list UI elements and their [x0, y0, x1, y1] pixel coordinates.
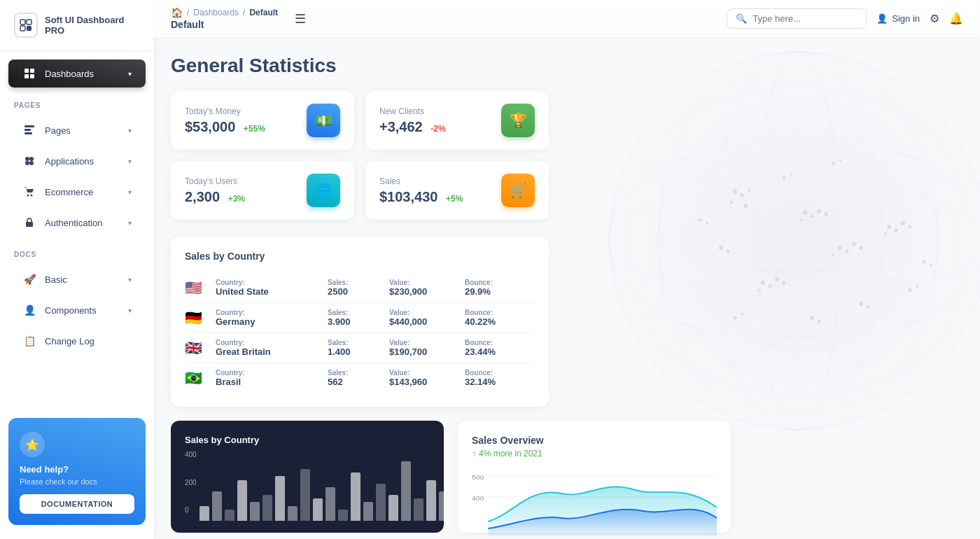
sidebar-item-components[interactable]: 👤 Components ▾ — [8, 296, 146, 324]
stat-card-clients: New Clients +3,462 -2% 🏆 — [365, 91, 549, 150]
country-us: United State — [216, 286, 322, 297]
svg-point-13 — [25, 161, 29, 165]
value-header-gb: Value: — [389, 339, 459, 346]
stat-card-money: Today's Money $53,000 +55% 💵 — [171, 91, 354, 150]
menu-icon[interactable]: ☰ — [295, 11, 306, 27]
sales-header-gb: Sales: — [328, 339, 384, 346]
sign-in-button[interactable]: 👤 Sign in — [876, 13, 920, 24]
svg-point-28 — [609, 52, 980, 430]
table-row: 🇩🇪 Country: Germany Sales: 3.900 Value: … — [185, 303, 535, 333]
svg-point-39 — [838, 246, 842, 250]
svg-point-51 — [884, 232, 887, 235]
sidebar: Soft UI Dashboard PRO Dashboards ▾ PAGES… — [0, 0, 154, 539]
ecommerce-icon — [22, 185, 36, 199]
svg-point-11 — [25, 157, 29, 161]
breadcrumb-separator-1: / — [187, 8, 189, 18]
stat-clients-value: +3,462 -2% — [379, 119, 446, 135]
stat-clients-number: +3,462 — [379, 119, 423, 134]
stat-clients-icon: 🏆 — [501, 104, 535, 137]
globe-decoration: /* dots rendered via JS below */ — [595, 38, 980, 444]
pages-icon — [22, 123, 36, 137]
authentication-icon — [22, 216, 36, 230]
bar-item — [363, 502, 373, 521]
svg-point-42 — [852, 242, 856, 246]
sales-br: 562 — [328, 377, 384, 387]
breadcrumb-current: Default — [249, 8, 278, 18]
svg-point-62 — [923, 260, 926, 264]
breadcrumb-dashboards-link[interactable]: Dashboards — [193, 8, 239, 18]
bar-item — [351, 472, 360, 521]
svg-point-25 — [756, 52, 840, 430]
sidebar-item-dashboards-label: Dashboards — [45, 69, 120, 79]
home-icon[interactable]: 🏠 — [171, 7, 183, 18]
table-row: 🇧🇷 Country: Brasil Sales: 562 Value: $14… — [185, 363, 535, 393]
country-gb: Great Britain — [216, 346, 322, 357]
svg-point-56 — [859, 302, 863, 306]
documentation-button[interactable]: DOCUMENTATION — [20, 494, 134, 514]
search-box[interactable]: 🔍 — [727, 8, 867, 29]
svg-point-53 — [909, 225, 912, 229]
sidebar-item-ecommerce[interactable]: Ecommerce ▾ — [8, 178, 146, 206]
value-info-us: Value: $230,900 — [389, 279, 459, 297]
y-label-400: 400 — [185, 451, 197, 458]
svg-point-55 — [727, 250, 730, 253]
svg-point-34 — [803, 211, 807, 215]
sidebar-item-authentication[interactable]: Authentication ▾ — [8, 209, 146, 237]
bounce-de: 40.22% — [465, 316, 535, 327]
flag-gb: 🇬🇧 — [185, 340, 210, 356]
notification-icon[interactable]: 🔔 — [949, 12, 963, 25]
stat-card-users: Today's Users 2,300 +3% 🌐 — [171, 161, 354, 220]
sidebar-item-pages[interactable]: Pages ▾ — [8, 116, 146, 144]
logo-icon — [14, 13, 38, 38]
sales-overview-title: Sales Overview — [472, 435, 717, 446]
svg-point-59 — [818, 320, 821, 323]
dashboards-icon — [22, 66, 36, 80]
header-page-title: Default — [171, 19, 278, 30]
country-info-de: Country: Germany — [216, 309, 322, 327]
stat-clients-info: New Clients +3,462 -2% — [379, 106, 446, 135]
bar-item — [388, 495, 398, 521]
sidebar-item-dashboards[interactable]: Dashboards ▾ — [8, 59, 146, 88]
svg-point-15 — [27, 195, 29, 197]
stat-sales-icon: 🛒 — [501, 174, 535, 207]
sales-overview-percent: 4% more in 2021 — [479, 449, 542, 458]
page-title: General Statistics — [171, 55, 963, 77]
svg-point-50 — [895, 229, 898, 232]
svg-point-57 — [867, 306, 870, 309]
sidebar-item-ecommerce-label: Ecommerce — [45, 187, 120, 197]
stat-users-info: Today's Users 2,300 +3% — [185, 176, 245, 205]
sidebar-item-applications[interactable]: Applications ▾ — [8, 147, 146, 175]
svg-point-48 — [783, 281, 786, 285]
header-right: 🔍 👤 Sign in ⚙ 🔔 — [727, 8, 963, 29]
settings-icon[interactable]: ⚙ — [930, 12, 939, 25]
stat-users-icon: 🌐 — [307, 174, 340, 207]
stat-users-label: Today's Users — [185, 176, 245, 186]
bar-item — [376, 484, 386, 521]
bar-chart-y-labels: 400 200 0 — [185, 451, 197, 514]
sales-overview-chart: 500 400 — [472, 465, 717, 536]
sales-info-br: Sales: 562 — [328, 369, 384, 387]
svg-rect-1 — [27, 20, 31, 24]
svg-point-31 — [748, 189, 750, 192]
search-input[interactable] — [752, 13, 858, 24]
country-info-gb: Country: Great Britain — [216, 339, 322, 357]
bounce-gb: 23.44% — [465, 346, 535, 357]
table-row: 🇺🇸 Country: United State Sales: 2500 Val… — [185, 273, 535, 303]
stat-users-value: 2,300 +3% — [185, 189, 245, 205]
svg-rect-10 — [24, 132, 32, 134]
svg-rect-17 — [26, 222, 33, 227]
flag-us: 🇺🇸 — [185, 279, 210, 296]
stat-sales-value: $103,430 +5% — [379, 189, 463, 205]
value-info-gb: Value: $190,700 — [389, 339, 459, 357]
svg-point-64 — [783, 176, 786, 180]
svg-point-29 — [733, 190, 737, 194]
sidebar-item-changelog[interactable]: 📋 Change Log — [8, 327, 146, 355]
value-us: $230,900 — [389, 286, 459, 297]
ecommerce-chevron-icon: ▾ — [128, 188, 132, 196]
svg-point-46 — [758, 288, 761, 291]
bar-item — [200, 506, 209, 521]
sidebar-item-basic[interactable]: 🚀 Basic ▾ — [8, 265, 146, 293]
flag-de: 🇩🇪 — [185, 309, 210, 326]
bar-item — [401, 461, 411, 521]
bounce-info-us: Bounce: 29.9% — [465, 279, 535, 297]
